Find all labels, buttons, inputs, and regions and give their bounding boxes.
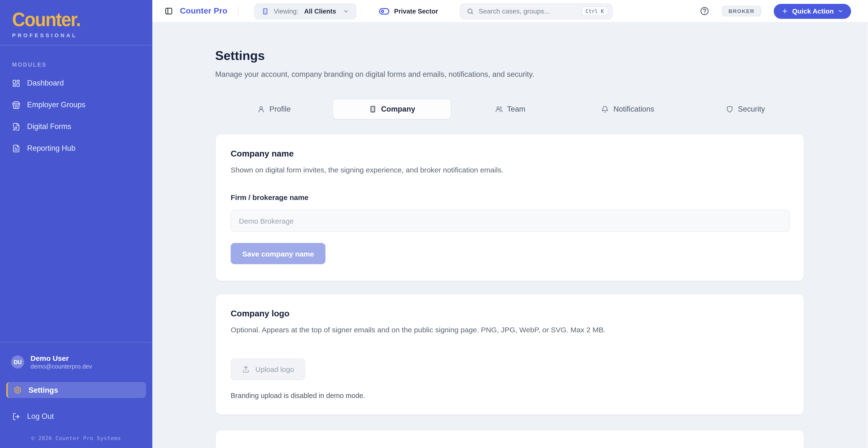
logout-label: Log Out — [27, 412, 54, 421]
user-email: demo@counterpro.dev — [30, 363, 92, 370]
sidebar-item-settings[interactable]: Settings — [6, 382, 146, 398]
sidebar-nav: Dashboard Employer Groups Digital Forms … — [0, 74, 152, 157]
sidebar-item-reporting-hub[interactable]: Reporting Hub — [5, 140, 148, 157]
sidebar-item-digital-forms[interactable]: Digital Forms — [5, 118, 148, 135]
sidebar-item-label: Dashboard — [27, 79, 64, 88]
toggle-left-icon — [379, 6, 390, 17]
chevron-down-icon — [838, 8, 843, 14]
copyright-text: © 2026 Counter Pro Systems — [6, 435, 146, 442]
search-icon — [467, 7, 474, 15]
help-button[interactable] — [700, 6, 709, 16]
building-icon — [261, 7, 269, 15]
logo-wordmark: Counter. — [12, 10, 144, 29]
dashboard-icon — [12, 79, 20, 87]
save-company-name-button[interactable]: Save company name — [231, 243, 326, 264]
tab-label: Notifications — [613, 105, 654, 113]
viewing-label: Viewing: — [274, 7, 298, 15]
plus-icon — [781, 8, 788, 14]
sidebar-item-label: Digital Forms — [27, 122, 71, 131]
shield-icon — [726, 105, 734, 113]
logo-subtitle: PROFESSIONAL — [12, 32, 152, 38]
brand-logo: Counter. PROFESSIONAL — [0, 0, 152, 45]
sidebar: Counter. PROFESSIONAL MODULES Dashboard … — [0, 0, 152, 448]
logout-button[interactable]: Log Out — [6, 412, 146, 421]
sidebar-toggle-button[interactable] — [164, 7, 173, 15]
user-card: DU Demo User demo@counterpro.dev — [6, 354, 146, 370]
main-content: Settings Manage your account, company br… — [152, 23, 868, 448]
global-search[interactable]: Ctrl K — [460, 3, 613, 19]
viewing-value: All Clients — [304, 7, 336, 15]
next-card-partial — [215, 430, 804, 448]
panel-left-icon — [164, 7, 173, 15]
client-scope-select[interactable]: Viewing: All Clients — [254, 3, 356, 19]
users-icon — [495, 105, 503, 113]
sidebar-item-label: Employer Groups — [27, 100, 85, 109]
sidebar-section-label: MODULES — [12, 62, 152, 68]
building-icon — [369, 105, 377, 113]
search-input[interactable] — [479, 7, 581, 15]
sidebar-item-dashboard[interactable]: Dashboard — [5, 74, 148, 92]
quick-action-label: Quick Action — [792, 7, 834, 15]
file-pen-icon — [12, 123, 20, 131]
company-name-card: Company name Shown on digital form invit… — [215, 134, 804, 281]
tab-profile[interactable]: Profile — [215, 99, 333, 119]
tab-label: Profile — [269, 105, 290, 113]
firm-name-input[interactable] — [231, 210, 790, 232]
sidebar-item-label: Reporting Hub — [27, 144, 75, 152]
upload-logo-button[interactable]: Upload logo — [231, 358, 305, 380]
tab-team[interactable]: Team — [452, 99, 569, 119]
scrollbar[interactable] — [865, 23, 868, 448]
sector-toggle[interactable]: Private Sector — [379, 6, 438, 17]
sidebar-item-label: Settings — [29, 386, 58, 394]
bell-icon — [601, 105, 609, 113]
card-description: Shown on digital form invites, the signi… — [231, 166, 789, 174]
user-icon — [257, 105, 265, 113]
tab-label: Security — [738, 105, 765, 113]
upload-logo-label: Upload logo — [255, 365, 294, 373]
tab-notifications[interactable]: Notifications — [569, 99, 686, 119]
file-text-icon — [12, 144, 20, 152]
gear-icon — [13, 386, 22, 394]
topbar-actions: BROKER Quick Action — [700, 4, 851, 19]
sidebar-footer: DU Demo User demo@counterpro.dev Setting… — [0, 342, 152, 448]
settings-tabs: Profile Company Team Notifications Secur… — [215, 99, 804, 119]
company-logo-card: Company logo Optional. Appears at the to… — [215, 294, 804, 415]
upload-icon — [242, 365, 250, 373]
firm-name-label: Firm / brokerage name — [231, 193, 789, 201]
card-description: Optional. Appears at the top of signer e… — [231, 325, 789, 334]
tab-security[interactable]: Security — [687, 99, 804, 119]
upload-disabled-note: Branding upload is disabled in demo mode… — [231, 392, 789, 400]
quick-action-button[interactable]: Quick Action — [774, 4, 851, 19]
logout-icon — [12, 412, 20, 420]
app-window: Counter. PROFESSIONAL MODULES Dashboard … — [0, 0, 868, 448]
tab-label: Team — [507, 105, 525, 113]
store-icon — [12, 101, 20, 109]
search-shortcut-badge: Ctrl K — [581, 6, 608, 16]
user-name: Demo User — [30, 354, 92, 362]
card-title: Company logo — [231, 309, 789, 319]
role-badge: BROKER — [722, 6, 761, 16]
page-subtitle: Manage your account, company branding on… — [215, 70, 804, 79]
help-circle-icon — [700, 6, 709, 16]
topbar-divider — [238, 5, 239, 17]
tab-company[interactable]: Company — [333, 99, 451, 119]
page-title: Settings — [215, 48, 804, 63]
topbar: Counter Pro Viewing: All Clients Private… — [152, 0, 868, 23]
app-name: Counter Pro — [180, 6, 227, 16]
chevron-down-icon — [343, 8, 349, 14]
card-title: Company name — [231, 149, 789, 159]
sidebar-item-employer-groups[interactable]: Employer Groups — [5, 96, 148, 113]
avatar: DU — [11, 355, 24, 369]
tab-label: Company — [381, 105, 415, 113]
sector-label: Private Sector — [394, 7, 438, 15]
